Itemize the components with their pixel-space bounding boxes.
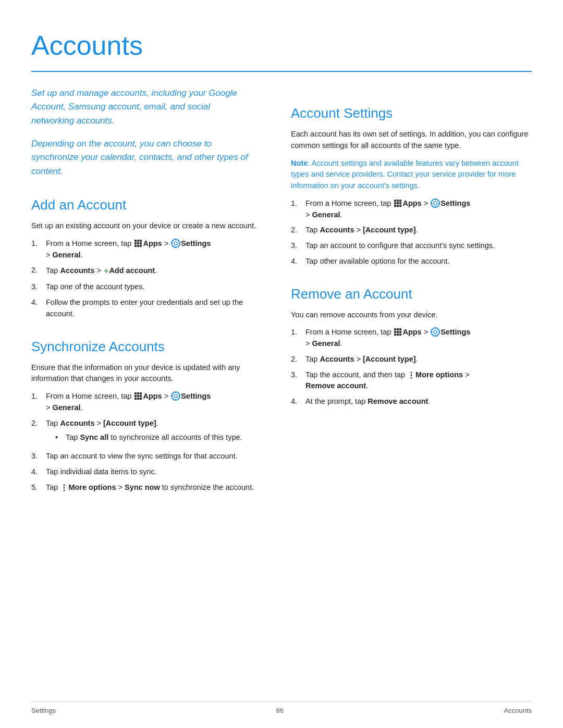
svg-rect-23: [137, 395, 139, 397]
svg-rect-68: [399, 334, 401, 336]
account-settings-steps: 1. From a Home screen, tap: [291, 198, 532, 267]
footer-left: Settings: [31, 706, 56, 716]
svg-rect-42: [397, 200, 399, 202]
apps-icon-acct: [394, 199, 402, 207]
apps-icon-sync: [134, 392, 142, 400]
footer-center: 86: [276, 706, 284, 716]
account-settings-section: Account Settings Each account has its ow…: [291, 103, 532, 267]
remove-account-desc: You can remove accounts from your device…: [291, 310, 532, 321]
svg-rect-8: [140, 245, 142, 247]
sync-accounts-steps: 1. From a Home screen, tap: [31, 391, 266, 493]
page-title: Accounts: [31, 25, 532, 66]
title-rule: [31, 71, 532, 72]
svg-rect-44: [394, 202, 396, 204]
svg-rect-25: [134, 398, 137, 400]
settings-icon-remove: [431, 327, 440, 337]
add-account-steps: 1. From a Home screen, tap: [31, 238, 266, 320]
remove-account-steps: 1. From a Home screen, tap: [291, 327, 532, 408]
svg-point-51: [434, 202, 437, 205]
sync-accounts-title: Synchronize Accounts: [31, 337, 266, 357]
remove-step2: 2. Tap Accounts > [Account type].: [291, 354, 532, 365]
intro-block: Set up and manage accounts, including yo…: [31, 87, 250, 178]
svg-rect-61: [397, 328, 399, 330]
add-account-step4: 4. Follow the prompts to enter your cred…: [31, 297, 266, 320]
settings-icon-sync: [171, 391, 180, 401]
svg-point-40: [64, 489, 65, 491]
account-settings-title: Account Settings: [291, 103, 532, 124]
sync-step1: 1. From a Home screen, tap: [31, 391, 266, 414]
acct-settings-step4: 4. Tap other available options for the a…: [291, 256, 532, 267]
acct-settings-step2: 2. Tap Accounts > [Account type].: [291, 225, 532, 236]
svg-rect-49: [399, 205, 401, 207]
add-account-step3: 3. Tap one of the account types.: [31, 281, 266, 293]
svg-rect-21: [140, 392, 142, 394]
svg-rect-26: [137, 398, 139, 400]
svg-point-79: [411, 372, 412, 373]
settings-icon-1: [171, 239, 180, 248]
svg-rect-1: [137, 240, 139, 242]
intro-para1: Set up and manage accounts, including yo…: [31, 87, 250, 128]
svg-rect-0: [134, 240, 137, 242]
svg-rect-67: [397, 334, 399, 336]
svg-rect-66: [394, 334, 396, 336]
svg-rect-27: [140, 398, 142, 400]
add-account-step1: 1. From a Home screen, tap: [31, 238, 266, 261]
more-options-icon-remove: [408, 371, 415, 378]
svg-point-10: [174, 242, 177, 245]
remove-account-section: Remove an Account You can remove account…: [291, 284, 532, 408]
svg-rect-19: [134, 392, 137, 394]
svg-rect-65: [399, 331, 401, 333]
svg-rect-41: [394, 200, 396, 202]
svg-rect-48: [397, 205, 399, 207]
sync-accounts-desc: Ensure that the information on your devi…: [31, 362, 266, 385]
add-account-step3-text: Tap one of the account types.: [46, 281, 266, 293]
svg-rect-5: [140, 242, 142, 244]
svg-rect-62: [399, 328, 401, 330]
svg-rect-60: [394, 328, 396, 330]
add-account-desc: Set up an existing account on your devic…: [31, 220, 266, 232]
remove-step3: 3. Tap the account, and then tap More op…: [291, 369, 532, 392]
remove-account-title: Remove an Account: [291, 284, 532, 304]
svg-rect-24: [140, 395, 142, 397]
svg-rect-2: [140, 240, 142, 242]
svg-point-39: [64, 487, 65, 488]
svg-rect-64: [397, 331, 399, 333]
svg-point-80: [411, 374, 412, 376]
footer: Settings 86 Accounts: [31, 701, 532, 716]
sync-accounts-section: Synchronize Accounts Ensure that the inf…: [31, 337, 266, 493]
add-account-title: Add an Account: [31, 195, 266, 215]
svg-rect-3: [134, 242, 137, 244]
add-account-step2: 2. Tap Accounts > +Add account.: [31, 265, 266, 277]
account-settings-note: Note: Account settings and available fea…: [291, 158, 532, 192]
svg-rect-45: [397, 202, 399, 204]
svg-rect-20: [137, 392, 139, 394]
sync-step3: 3. Tap an account to view the sync setti…: [31, 451, 266, 462]
footer-right: Accounts: [504, 706, 532, 716]
svg-rect-46: [399, 202, 401, 204]
svg-point-29: [174, 394, 177, 398]
svg-rect-7: [137, 245, 139, 247]
svg-point-81: [411, 377, 412, 378]
acct-settings-step3: 3. Tap an account to configure that acco…: [291, 240, 532, 252]
sync-bullet1: • Tap Sync all to synchronize all accoun…: [55, 432, 266, 443]
svg-rect-43: [399, 200, 401, 202]
plus-icon: +: [104, 265, 108, 277]
sync-step5: 5. Tap More options > Sync now to synchr…: [31, 482, 266, 493]
apps-icon-remove: [394, 328, 402, 336]
svg-rect-47: [394, 205, 396, 207]
svg-rect-6: [134, 245, 137, 247]
remove-step1: 1. From a Home screen, tap: [291, 327, 532, 350]
sync-step2-bullets: • Tap Sync all to synchronize all accoun…: [55, 432, 266, 443]
sync-step2: 2. Tap Accounts > [Account type]. • Tap …: [31, 418, 266, 447]
acct-settings-step1: 1. From a Home screen, tap: [291, 198, 532, 221]
sync-step4: 4. Tap individual data items to sync.: [31, 466, 266, 478]
svg-point-38: [64, 484, 65, 486]
intro-para2: Depending on the account, you can choose…: [31, 137, 250, 178]
remove-step4: 4. At the prompt, tap Remove account.: [291, 396, 532, 408]
add-account-section: Add an Account Set up an existing accoun…: [31, 195, 266, 320]
svg-rect-63: [394, 331, 396, 333]
svg-rect-22: [134, 395, 137, 397]
svg-point-70: [434, 330, 437, 334]
settings-icon-acct: [431, 199, 440, 208]
svg-rect-4: [137, 242, 139, 244]
